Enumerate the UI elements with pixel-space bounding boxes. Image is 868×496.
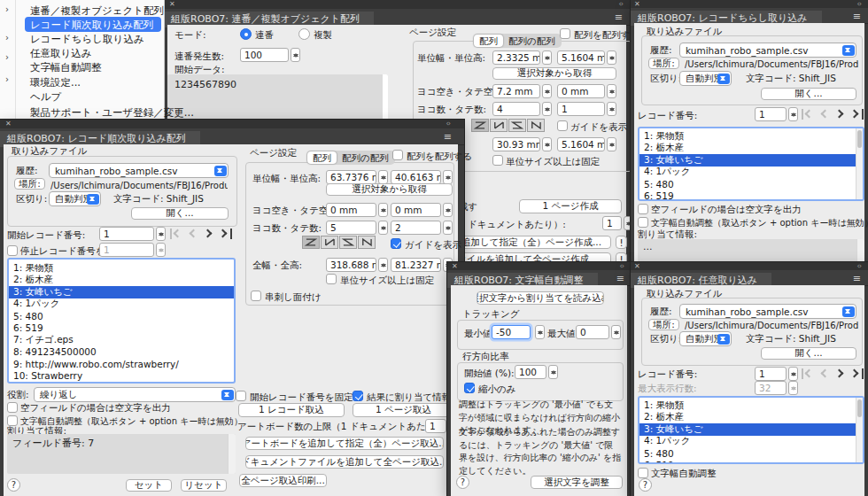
start-record-stepper[interactable] [156,227,166,241]
last-record-button[interactable] [219,227,234,241]
min-stepper[interactable] [535,325,545,339]
rows-stepper[interactable] [607,102,616,116]
start-value-stepper[interactable] [548,365,558,379]
last-record-button[interactable] [850,107,865,121]
list-item[interactable]: 2: 栃木産 [9,275,234,287]
list-item[interactable]: 5: 480 [639,447,863,460]
collapse-icon[interactable]: ‹› [446,120,450,128]
unit-height-stepper[interactable] [443,170,453,184]
autowidth-checkbox[interactable] [638,217,648,228]
gap-y-stepper[interactable] [443,203,453,217]
unit-width-input[interactable]: 63.7376 mm [326,170,376,184]
total-height-input[interactable]: 5.1604 mm [557,137,605,151]
record-number-input[interactable]: 1 [755,107,787,121]
delimiter-select[interactable]: 自動判別 [679,71,732,86]
scrollbar[interactable] [856,398,863,462]
first-record-button[interactable] [800,107,815,121]
gap-y-input[interactable]: 0 mm [391,203,441,217]
record-number-stepper[interactable] [788,367,798,381]
list-item[interactable]: 4: 1パック [639,436,863,448]
add-artboard-import-button[interactable]: アートボードを追加して指定（全）ページ取込... [245,437,444,450]
list-item[interactable]: 6: 519 [639,460,863,465]
order-s-button[interactable] [339,236,357,249]
fix-start-checkbox[interactable] [236,391,246,401]
list-item[interactable]: 1: 果物類 [9,262,234,275]
prev-record-button[interactable] [185,227,200,241]
total-width-input[interactable]: 318.688 mm [326,258,376,272]
start-record-input[interactable]: 1 [99,227,154,241]
order-mirrored-n-button[interactable] [321,236,338,249]
panel-menu-icon[interactable]: ≡ [853,273,861,283]
history-select[interactable]: kumihan_robo_sample.csv [679,43,856,58]
total-width-stepper[interactable] [542,137,552,151]
list-item-selected[interactable]: 3: 女峰いちご [639,423,863,436]
help-button[interactable]: ? [639,478,652,492]
menu-item-scatter-import[interactable]: レコードちらし取り込み [30,32,144,46]
total-height-stepper[interactable] [607,137,616,151]
menu-item-preferences[interactable]: 環境設定... [30,75,81,89]
help-button[interactable]: ? [7,478,20,492]
rows-input[interactable]: 2 [391,221,441,235]
assignment-textarea[interactable]: フィールド番号: 7 [7,434,236,474]
rows-stepper[interactable] [443,221,453,235]
set-button[interactable]: セット [126,479,172,492]
order-s-button[interactable] [508,119,526,132]
scrollbar[interactable] [856,128,863,199]
gen-count-input[interactable]: 100 [240,48,289,62]
import-1record-button[interactable]: 1 レコード取込 [238,403,345,417]
print-all-pages-button[interactable]: 全ページ取込印刷... [239,474,327,487]
total-height-input[interactable]: 81.2327 mm [391,258,441,272]
collapse-icon[interactable]: ‹› [619,0,623,9]
gap-x-input[interactable]: 7.2 mm [492,84,540,98]
unit-height-input[interactable]: 5.1604 mm [557,50,605,65]
next-record-button[interactable] [202,227,217,241]
unit-width-stepper[interactable] [378,170,388,184]
history-select[interactable]: kumihan_robo_sample.csv [49,163,229,178]
list-item[interactable]: 2: 栃木産 [639,412,863,424]
list-item[interactable]: 4: 1パック [639,167,863,179]
max-rows-input[interactable]: 32 [755,381,787,395]
stop-record-input[interactable]: 1 [99,243,154,257]
adjust-selected-button[interactable]: 選択文字を調整 [531,476,623,489]
keep-result-checkbox[interactable] [353,391,363,401]
close-icon[interactable]: ✕ [169,0,175,9]
location-button[interactable]: 場所: [648,58,679,69]
list-item-selected[interactable]: 3: 女峰いちご [639,154,863,167]
max-input[interactable]: 0 [576,325,609,339]
next-record-button[interactable] [833,367,849,381]
prev-record-button[interactable] [817,367,832,381]
order-mirrored-n-button[interactable] [490,119,508,132]
warning-button[interactable]: ! [616,236,627,249]
list-item[interactable]: 7: イチゴ.eps [9,334,234,346]
unit-width-stepper[interactable] [542,50,552,65]
get-from-selection-button[interactable]: 選択対象から取得 [326,183,453,196]
list-item[interactable]: 10: Strawberry [9,370,234,383]
gap-x-stepper[interactable] [542,84,552,98]
help-button[interactable]: ? [456,476,469,489]
list-item[interactable]: 6: 519 [639,190,863,202]
tab-array[interactable]: 配列 [474,35,503,47]
tab-array-of-array[interactable]: 配列の配列 [337,151,394,164]
list-item[interactable]: 9: http://www.robo.com/strawberry/ [9,358,234,370]
autowidth-checkbox[interactable] [638,468,648,478]
location-button[interactable]: 場所: [648,319,679,330]
get-from-selection-button[interactable]: 選択対象から取得 [492,67,616,80]
start-value-input[interactable]: 100 [515,365,546,379]
order-z-button[interactable] [471,119,489,132]
close-icon[interactable]: ✕ [5,120,12,128]
menu-item-sequential-import[interactable]: レコード順次取り込み配列 [30,18,153,32]
gap-x-input[interactable]: 0 mm [326,203,376,217]
artboard-limit-input[interactable]: 1 [425,419,446,433]
gap-y-stepper[interactable] [607,84,616,98]
panel-menu-icon[interactable]: ≡ [853,11,861,20]
stop-record-checkbox[interactable] [7,245,18,256]
order-n-button[interactable] [358,236,376,249]
fix-unit-checkbox[interactable] [326,274,337,284]
unit-height-stepper[interactable] [607,50,616,65]
open-button[interactable]: 開く... [761,347,856,360]
assignment-textarea[interactable]: … [638,239,864,262]
gap-x-stepper[interactable] [378,203,388,217]
open-button[interactable]: 開く... [131,207,229,220]
menu-item-help[interactable]: ヘルプ [30,89,61,104]
add-docfile-import-button[interactable]: ドキュメントファイルを追加して全ページ取込... [245,455,444,469]
